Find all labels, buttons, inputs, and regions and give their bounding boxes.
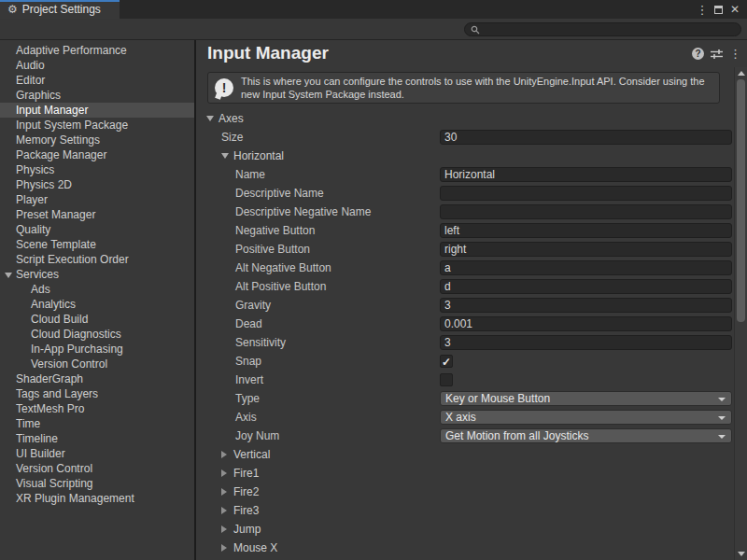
sidebar-item-analytics[interactable]: Analytics: [0, 297, 194, 312]
property-label[interactable]: Vertical: [233, 448, 270, 461]
active-tab-accent: [0, 0, 120, 2]
foldout-closed-icon[interactable]: [221, 525, 227, 533]
sidebar-item-ads[interactable]: Ads: [0, 282, 194, 297]
vertical-scrollbar[interactable]: [734, 67, 747, 560]
sidebar-item-visual-scripting[interactable]: Visual Scripting: [0, 476, 194, 491]
property-label[interactable]: Horizontal: [233, 149, 284, 162]
property-label[interactable]: Fire2: [233, 485, 259, 498]
scrollbar-thumb[interactable]: [737, 79, 745, 322]
descriptive-negative-name-field[interactable]: [440, 204, 732, 219]
sidebar-item-label: XR Plugin Management: [16, 492, 134, 505]
sidebar-item-quality[interactable]: Quality: [0, 222, 194, 237]
sidebar-item-adaptive-performance[interactable]: Adaptive Performance: [0, 43, 194, 58]
sidebar-item-tags-and-layers[interactable]: Tags and Layers: [0, 386, 194, 401]
sidebar-item-preset-manager[interactable]: Preset Manager: [0, 207, 194, 222]
snap-checkbox[interactable]: ✓: [440, 355, 453, 368]
foldout-closed-icon[interactable]: [221, 544, 227, 552]
sidebar-item-input-manager[interactable]: Input Manager: [0, 103, 194, 118]
sensitivity-field[interactable]: 3: [440, 335, 732, 350]
row-negative-button: Negative Buttonleft: [196, 221, 734, 240]
foldout-closed-icon[interactable]: [221, 507, 227, 514]
sidebar-item-timeline[interactable]: Timeline: [0, 431, 194, 446]
sidebar-item-scene-template[interactable]: Scene Template: [0, 237, 194, 252]
sidebar-item-player[interactable]: Player: [0, 192, 194, 207]
sidebar-item-audio[interactable]: Audio: [0, 58, 194, 73]
sidebar-item-label: Version Control: [31, 357, 107, 371]
size-field[interactable]: 30: [440, 130, 732, 145]
row-size: Size30: [196, 128, 734, 147]
row-mouse-x: Mouse X: [196, 539, 734, 557]
alt-positive-button-field[interactable]: d: [440, 279, 732, 294]
panel-header: Input Manager ? ⋮: [196, 40, 747, 67]
foldout-open-icon[interactable]: [221, 153, 229, 159]
sidebar-item-version-control[interactable]: Version Control: [0, 357, 194, 371]
sidebar-item-cloud-build[interactable]: Cloud Build: [0, 312, 194, 327]
sidebar-item-textmesh-pro[interactable]: TextMesh Pro: [0, 401, 194, 416]
chevron-down-icon: [718, 435, 726, 439]
joy-num-dropdown[interactable]: Get Motion from all Joysticks: [440, 428, 732, 443]
row-fire2: Fire2: [196, 483, 734, 501]
sidebar-item-editor[interactable]: Editor: [0, 73, 194, 88]
sidebar-item-label: Input System Package: [16, 119, 128, 132]
scroll-down-icon[interactable]: [738, 552, 745, 556]
maximize-icon[interactable]: [714, 6, 723, 14]
axis-dropdown[interactable]: X axis: [440, 410, 732, 425]
sidebar-item-physics-2d[interactable]: Physics 2D: [0, 177, 194, 192]
row-invert: Invert: [196, 371, 734, 389]
foldout-closed-icon[interactable]: [221, 469, 227, 477]
negative-button-field[interactable]: left: [440, 223, 732, 238]
sidebar-item-memory-settings[interactable]: Memory Settings: [0, 133, 194, 147]
sidebar-item-label: Physics: [16, 163, 54, 176]
property-label[interactable]: Axes: [218, 112, 244, 125]
alt-negative-button-field[interactable]: a: [440, 260, 732, 275]
panel-menu-icon[interactable]: ⋮: [729, 48, 741, 60]
foldout-open-icon[interactable]: [206, 116, 214, 121]
sidebar-item-label: Scene Template: [16, 238, 96, 251]
sidebar-item-services[interactable]: Services: [0, 267, 194, 282]
search-box[interactable]: [464, 22, 741, 36]
property-label: Invert: [235, 373, 263, 386]
search-input[interactable]: [483, 23, 740, 35]
chevron-down-icon: [718, 398, 726, 401]
window-menu-icon[interactable]: ⋮: [694, 3, 711, 17]
property-label: Descriptive Name: [235, 187, 324, 200]
sidebar-item-in-app-purchasing[interactable]: In-App Purchasing: [0, 342, 194, 357]
gravity-field[interactable]: 3: [440, 298, 732, 313]
help-icon[interactable]: ?: [692, 48, 704, 60]
foldout-open-icon[interactable]: [5, 273, 12, 278]
sidebar-item-time[interactable]: Time: [0, 416, 194, 431]
scroll-up-icon[interactable]: [738, 71, 745, 76]
sidebar-item-xr-plugin-management[interactable]: XR Plugin Management: [0, 491, 194, 506]
sidebar-item-shadergraph[interactable]: ShaderGraph: [0, 371, 194, 386]
sidebar-item-graphics[interactable]: Graphics: [0, 88, 194, 103]
foldout-closed-icon[interactable]: [221, 488, 227, 496]
property-label[interactable]: Mouse X: [233, 541, 277, 554]
type-dropdown[interactable]: Key or Mouse Button: [440, 391, 732, 406]
tab-project-settings[interactable]: ⚙ Project Settings: [0, 0, 120, 19]
close-icon[interactable]: ✕: [726, 3, 743, 16]
tab-bar: ⚙ Project Settings ⋮ ✕: [0, 0, 747, 19]
page-title: Input Manager: [207, 43, 329, 63]
row-type: TypeKey or Mouse Button: [196, 389, 734, 408]
toolbar: [0, 19, 747, 40]
dead-field[interactable]: 0.001: [440, 316, 732, 331]
foldout-closed-icon[interactable]: [221, 451, 227, 458]
property-label: Type: [235, 392, 260, 405]
descriptive-name-field[interactable]: [440, 186, 732, 201]
name-field[interactable]: Horizontal: [440, 167, 732, 182]
sidebar-item-cloud-diagnostics[interactable]: Cloud Diagnostics: [0, 327, 194, 342]
sidebar-item-package-manager[interactable]: Package Manager: [0, 147, 194, 162]
sidebar-item-input-system-package[interactable]: Input System Package: [0, 118, 194, 133]
property-label[interactable]: Fire1: [233, 467, 259, 480]
invert-checkbox[interactable]: [440, 373, 453, 386]
property-label[interactable]: Fire3: [233, 504, 259, 517]
sidebar-item-label: Memory Settings: [16, 133, 100, 147]
row-joy-num: Joy NumGet Motion from all Joysticks: [196, 427, 734, 445]
positive-button-field[interactable]: right: [440, 242, 732, 257]
sidebar-item-ui-builder[interactable]: UI Builder: [0, 446, 194, 461]
sidebar-item-physics[interactable]: Physics: [0, 162, 194, 177]
presets-icon[interactable]: [711, 49, 723, 60]
property-label[interactable]: Jump: [233, 523, 261, 536]
sidebar-item-script-execution-order[interactable]: Script Execution Order: [0, 252, 194, 267]
sidebar-item-version-control[interactable]: Version Control: [0, 461, 194, 476]
